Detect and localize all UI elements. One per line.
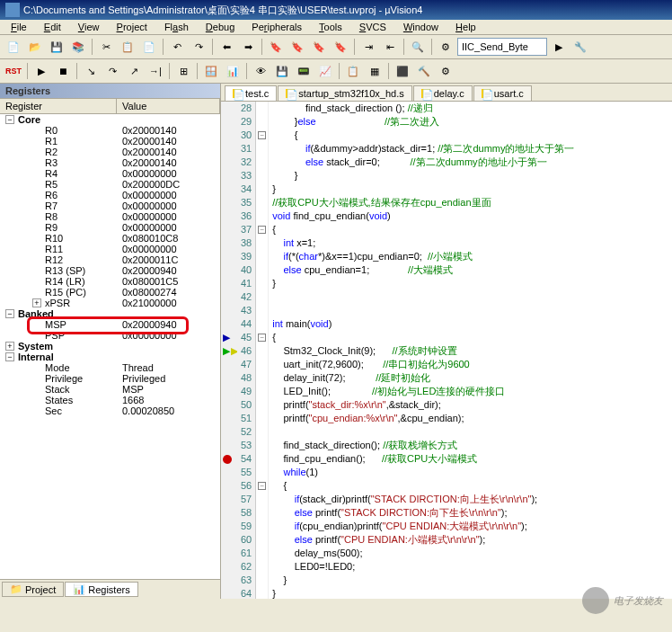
menu-file[interactable]: File <box>4 20 34 34</box>
paste-button[interactable]: 📄 <box>139 37 159 57</box>
options-button[interactable]: ⚙ <box>436 61 455 81</box>
breakpoint-icon[interactable] <box>223 455 232 464</box>
debug-config-icon[interactable]: ⚙ <box>436 37 455 57</box>
register-row[interactable]: R13 (SP)0x20000940 <box>0 265 220 276</box>
fold-icon[interactable]: − <box>258 334 266 342</box>
goto-button[interactable]: ▶ <box>549 37 569 57</box>
register-row[interactable]: R40x00000000 <box>0 168 220 179</box>
menu-view[interactable]: View <box>71 20 107 34</box>
cut-button[interactable]: ✂ <box>96 37 116 57</box>
register-row[interactable]: R70x00000000 <box>0 200 220 211</box>
register-row[interactable]: R110x00000000 <box>0 244 220 254</box>
register-row[interactable]: R00x20000140 <box>0 125 220 136</box>
register-row[interactable]: StackMSP <box>0 384 220 395</box>
new-file-button[interactable]: 📄 <box>4 37 23 57</box>
menu-edit[interactable]: Edit <box>37 20 68 34</box>
menu-debug[interactable]: Debug <box>199 20 242 34</box>
bookmark-button[interactable]: 🔖 <box>266 37 286 57</box>
run-to-cursor-button[interactable]: →| <box>146 61 165 81</box>
register-group[interactable]: −Core <box>0 114 220 125</box>
register-row[interactable]: R20x20000140 <box>0 147 220 157</box>
fold-icon[interactable]: − <box>258 226 266 234</box>
registers-button[interactable]: 📊 <box>223 61 243 81</box>
header-value[interactable]: Value <box>117 99 220 113</box>
expand-icon[interactable]: − <box>5 352 14 361</box>
registers-tree[interactable]: −CoreR00x20000140R10x20000140R20x2000014… <box>0 114 220 579</box>
menu-help[interactable]: Help <box>448 20 483 34</box>
register-row[interactable]: R14 (LR)0x080001C5 <box>0 276 220 287</box>
register-group[interactable]: −Internal <box>0 352 220 362</box>
code-content[interactable]: find_stack_direction (); //递归 }else //第二… <box>269 102 672 599</box>
register-row[interactable]: PrivilegePrivileged <box>0 373 220 384</box>
register-row[interactable]: R100x080010C8 <box>0 233 220 244</box>
register-row[interactable]: R120x2000011C <box>0 254 220 265</box>
register-row[interactable]: States1668 <box>0 395 220 405</box>
bookmark-prev-button[interactable]: 🔖 <box>287 37 307 57</box>
tab-project[interactable]: 📁Project <box>2 582 64 597</box>
register-row[interactable]: R50x200000DC <box>0 179 220 190</box>
register-row[interactable]: PSP0x00000000 <box>0 330 220 341</box>
expand-icon[interactable]: + <box>5 342 14 351</box>
nav-back-button[interactable]: ⬅ <box>217 37 236 57</box>
serial-button[interactable]: 📟 <box>294 61 314 81</box>
expand-icon[interactable]: − <box>5 309 14 318</box>
register-row[interactable]: R10x20000140 <box>0 136 220 147</box>
find-button[interactable]: 🔍 <box>408 37 428 57</box>
nav-fwd-button[interactable]: ➡ <box>238 37 258 57</box>
register-row[interactable]: ModeThread <box>0 362 220 373</box>
editor-tab[interactable]: 📄usart.c <box>473 85 532 101</box>
register-group[interactable]: +System <box>0 341 220 352</box>
menu-flash[interactable]: Flash <box>157 20 196 34</box>
header-register[interactable]: Register <box>0 99 117 113</box>
stop-button[interactable]: ⏹ <box>53 61 73 81</box>
fold-icon[interactable]: − <box>258 482 266 490</box>
reset-button[interactable]: RST <box>4 61 23 81</box>
register-group[interactable]: −Banked <box>0 308 220 319</box>
toolbox-button[interactable]: 🔨 <box>414 61 434 81</box>
editor-tab[interactable]: 📄delay.c <box>413 85 473 101</box>
watch-button[interactable]: 👁 <box>251 61 270 81</box>
function-combo[interactable]: IIC_Send_Byte <box>457 38 547 56</box>
save-button[interactable]: 💾 <box>47 37 66 57</box>
bookmark-clear-button[interactable]: 🔖 <box>331 37 350 57</box>
save-all-button[interactable]: 📚 <box>68 37 88 57</box>
tab-registers[interactable]: 📊Registers <box>65 582 137 597</box>
outdent-button[interactable]: ⇤ <box>380 37 400 57</box>
config-button[interactable]: 🔧 <box>570 37 590 57</box>
menu-project[interactable]: Project <box>110 20 155 34</box>
editor-tab[interactable]: 📄test.c <box>225 85 277 101</box>
open-button[interactable]: 📂 <box>25 37 45 57</box>
step-out-button[interactable]: ↗ <box>124 61 144 81</box>
perf-button[interactable]: ⬛ <box>393 61 412 81</box>
redo-button[interactable]: ↷ <box>189 37 208 57</box>
step-over-button[interactable]: ↷ <box>102 61 122 81</box>
register-row[interactable]: Sec0.00020850 <box>0 405 220 416</box>
indent-button[interactable]: ⇥ <box>358 37 378 57</box>
fold-column[interactable]: −−−− <box>256 102 269 599</box>
trace-button[interactable]: 📋 <box>343 61 363 81</box>
undo-button[interactable]: ↶ <box>167 37 187 57</box>
run-button[interactable]: ▶ <box>31 61 51 81</box>
code-area[interactable]: ▶▶▶ 282930313233343536373839404142434445… <box>221 101 672 599</box>
menu-tools[interactable]: Tools <box>312 20 349 34</box>
expand-icon[interactable]: − <box>5 115 14 124</box>
expand-icon[interactable]: + <box>32 298 41 307</box>
step-in-button[interactable]: ↘ <box>81 61 101 81</box>
register-row[interactable]: R15 (PC)0x08000274 <box>0 287 220 298</box>
marker-column[interactable]: ▶▶▶ <box>221 102 237 599</box>
register-row[interactable]: MSP0x20000940 <box>0 319 220 330</box>
register-row[interactable]: R60x00000000 <box>0 190 220 200</box>
analyzer-button[interactable]: 📈 <box>315 61 335 81</box>
menu-svcs[interactable]: SVCS <box>352 20 393 34</box>
copy-button[interactable]: 📋 <box>118 37 137 57</box>
register-row[interactable]: R90x00000000 <box>0 222 220 233</box>
fold-icon[interactable]: − <box>258 131 266 139</box>
editor-tab[interactable]: 📄startup_stm32f10x_hd.s <box>278 85 411 101</box>
show-disasm-button[interactable]: ⊞ <box>173 61 193 81</box>
memory-button[interactable]: 💾 <box>272 61 292 81</box>
register-row[interactable]: +xPSR0x21000000 <box>0 298 220 308</box>
menu-peripherals[interactable]: Peripherals <box>244 20 309 34</box>
window-button[interactable]: 🪟 <box>201 61 221 81</box>
bookmark-next-button[interactable]: 🔖 <box>309 37 329 57</box>
coverage-button[interactable]: ▦ <box>365 61 385 81</box>
